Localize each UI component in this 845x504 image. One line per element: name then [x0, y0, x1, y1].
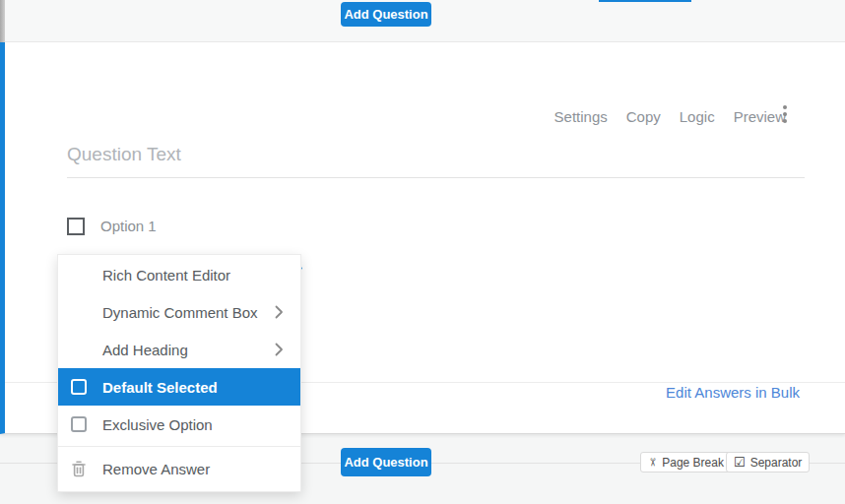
option-1-checkbox[interactable]	[67, 218, 85, 235]
left-edge-shadow	[0, 0, 5, 42]
menu-item-exclusive-option[interactable]: Exclusive Option	[58, 406, 300, 443]
answer-option-menu: Rich Content Editor Dynamic Comment Box …	[57, 254, 301, 492]
menu-item-rich-content-editor[interactable]: Rich Content Editor	[58, 256, 300, 293]
add-question-button-top[interactable]: Add Question	[341, 2, 431, 27]
checkbox-icon[interactable]	[71, 379, 87, 395]
menu-divider	[58, 446, 300, 447]
chevron-right-icon	[275, 305, 284, 319]
trash-icon	[71, 460, 87, 478]
menu-item-dynamic-comment-box[interactable]: Dynamic Comment Box	[58, 293, 300, 331]
menu-item-label: Default Selected	[102, 379, 218, 396]
checkbox-icon[interactable]	[71, 416, 87, 432]
menu-item-label: Dynamic Comment Box	[102, 304, 258, 321]
page-break-button[interactable]: ✂ Page Break	[640, 452, 732, 472]
page-break-label: Page Break	[662, 456, 724, 470]
settings-action[interactable]: Settings	[554, 108, 608, 125]
chevron-right-icon	[275, 343, 284, 356]
top-band: Add Question	[0, 0, 845, 42]
option-1-label[interactable]: Option 1	[100, 218, 157, 235]
menu-item-label: Rich Content Editor	[102, 267, 230, 284]
question-text-underline	[67, 177, 805, 178]
menu-item-label: Exclusive Option	[102, 416, 213, 433]
separator-button[interactable]: ☑ Separator	[726, 452, 810, 472]
separator-label: Separator	[750, 456, 803, 470]
copy-action[interactable]: Copy	[626, 108, 661, 125]
menu-item-default-selected[interactable]: Default Selected	[58, 368, 300, 406]
menu-item-label: Add Heading	[102, 342, 188, 358]
question-text-input[interactable]: Question Text	[67, 144, 181, 165]
checked-box-icon: ☑	[734, 456, 746, 469]
edit-answers-in-bulk-link[interactable]: Edit Answers in Bulk	[666, 384, 800, 401]
preview-action[interactable]: Preview	[734, 108, 786, 125]
add-question-button-bottom[interactable]: Add Question	[341, 448, 431, 476]
card-action-menu: Settings Copy Logic Preview	[554, 108, 786, 125]
menu-item-add-heading[interactable]: Add Heading	[58, 331, 300, 368]
survey-builder-canvas: Add Question Settings Copy Logic Preview…	[0, 0, 845, 504]
kebab-menu-icon[interactable]	[780, 105, 790, 127]
active-tab-underline	[599, 0, 691, 2]
scissors-icon: ✂	[647, 458, 658, 467]
logic-action[interactable]: Logic	[680, 108, 715, 125]
menu-item-remove-answer[interactable]: Remove Answer	[58, 450, 300, 487]
menu-item-label: Remove Answer	[102, 461, 210, 477]
